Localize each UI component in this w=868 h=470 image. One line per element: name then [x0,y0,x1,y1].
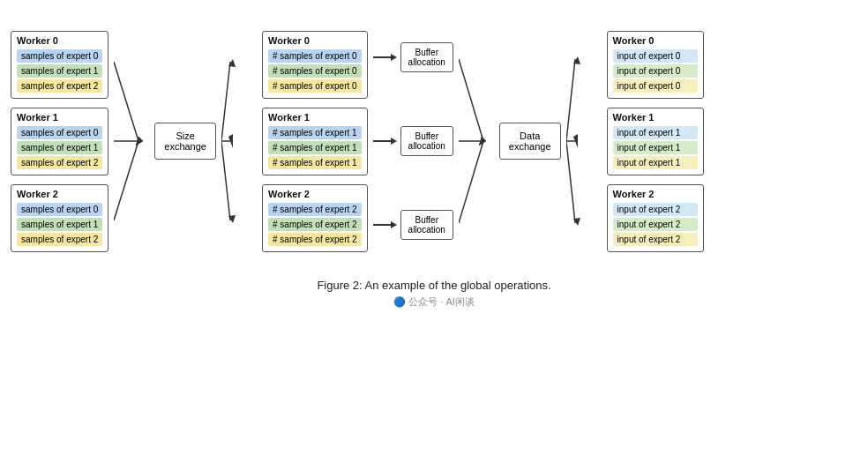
left-worker-2: Worker 2samples of expert 0samples of ex… [11,184,108,252]
buffer-allocation-1: Buffer allocation [400,126,453,156]
connector-svg-2 [221,26,257,256]
mid-workers-column: Worker 0# samples of expert 0# samples o… [262,31,368,252]
left-worker-1: Worker 1samples of expert 0samples of ex… [11,108,108,175]
right-worker-2-row-1: input of expert 2 [613,218,698,231]
left-worker-2-row-1: samples of expert 1 [17,218,102,231]
mid-worker-2-row-1: # samples of expert 2 [268,218,362,231]
data-exchange-box: Data exchange [499,123,561,160]
right-workers-column: Worker 0input of expert 0input of expert… [607,31,704,252]
svg-line-4 [114,141,138,220]
size-exchange-box: Size exchange [154,123,216,160]
right-worker-2-row-0: input of expert 2 [613,203,698,216]
mid-worker-0-label: Worker 0 [268,35,362,46]
left-workers-column: Worker 0samples of expert 0samples of ex… [11,31,108,252]
right-worker-0-label: Worker 0 [613,35,698,46]
left-worker-2-label: Worker 2 [17,189,102,199]
svg-line-22 [566,141,575,223]
right-worker-0-row-2: input of expert 0 [613,79,698,93]
left-worker-2-row-2: samples of expert 2 [17,233,102,246]
mid-worker-2-label: Worker 2 [268,189,362,199]
connector-svg-4 [566,18,602,265]
mid-worker-2-row-0: # samples of expert 2 [268,203,362,216]
figure-caption: Figure 2: An example of the global opera… [317,279,550,292]
connector-svg-1 [114,26,149,256]
buf-to-data-arrows [459,18,494,265]
svg-line-12 [459,59,483,141]
mid-worker-2-row-2: # samples of expert 2 [268,233,362,246]
mid-worker-1: Worker 1# samples of expert 1# samples o… [262,108,368,175]
left-worker-1-row-1: samples of expert 1 [17,141,102,154]
right-worker-2-row-2: input of expert 2 [613,233,698,246]
svg-line-10 [221,141,230,220]
right-worker-1: Worker 1input of expert 1input of expert… [607,108,704,175]
size-to-mid-arrows [221,26,257,256]
buffer-row-0: Buffer allocation [373,42,453,72]
right-worker-1-label: Worker 1 [613,112,698,123]
arrow-to-buffer-0 [373,54,397,61]
right-worker-0-row-1: input of expert 0 [613,64,698,78]
mid-worker-0-row-2: # samples of expert 0 [268,79,362,93]
connector-svg-3 [459,18,494,265]
arrow-to-buffer-2 [373,221,397,228]
mid-worker-1-row-2: # samples of expert 1 [268,156,362,169]
left-worker-0: Worker 0samples of expert 0samples of ex… [11,31,108,99]
right-worker-1-row-0: input of expert 1 [613,126,698,139]
mid-worker-1-label: Worker 1 [268,112,362,123]
buffer-allocation-0: Buffer allocation [400,42,453,72]
arrow-to-buffer-1 [373,138,397,145]
left-worker-1-row-0: samples of expert 0 [17,126,102,139]
watermark: 🔵 公众号 · AI闲谈 [393,295,475,309]
left-to-size-arrows [114,26,149,256]
mid-worker-0-row-0: # samples of expert 0 [268,49,362,63]
mid-worker-1-row-1: # samples of expert 1 [268,141,362,154]
buffer-row-2: Buffer allocation [373,210,453,240]
caption-text: Figure 2: An example of the global opera… [317,279,550,292]
diagram: Worker 0samples of expert 0samples of ex… [11,18,857,265]
right-worker-0-row-0: input of expert 0 [613,49,698,63]
mid-to-buffer-section: Buffer allocation Buffer allocation Buff… [373,18,453,265]
right-worker-0: Worker 0input of expert 0input of expert… [607,31,704,99]
left-worker-2-row-0: samples of expert 0 [17,203,102,216]
mid-worker-0: Worker 0# samples of expert 0# samples o… [262,31,368,99]
mid-worker-0-row-1: # samples of expert 0 [268,64,362,78]
left-worker-1-label: Worker 1 [17,112,102,123]
data-to-right-arrows [566,18,602,265]
left-worker-0-row-2: samples of expert 2 [17,79,102,93]
left-worker-0-row-0: samples of expert 0 [17,49,102,63]
svg-line-18 [566,59,575,141]
left-worker-0-row-1: samples of expert 1 [17,64,102,78]
left-worker-1-row-2: samples of expert 2 [17,156,102,169]
mid-worker-1-row-0: # samples of expert 1 [268,126,362,139]
svg-line-0 [114,62,138,141]
right-worker-1-row-1: input of expert 1 [613,141,698,154]
right-worker-1-row-2: input of expert 1 [613,156,698,169]
right-worker-2-label: Worker 2 [613,189,698,199]
left-worker-0-label: Worker 0 [17,35,102,46]
buffer-allocation-2: Buffer allocation [400,210,453,240]
right-worker-2: Worker 2input of expert 2input of expert… [607,184,704,252]
svg-line-16 [459,141,483,223]
svg-line-6 [221,62,230,141]
mid-worker-2: Worker 2# samples of expert 2# samples o… [262,184,368,252]
buffer-row-1: Buffer allocation [373,126,453,156]
